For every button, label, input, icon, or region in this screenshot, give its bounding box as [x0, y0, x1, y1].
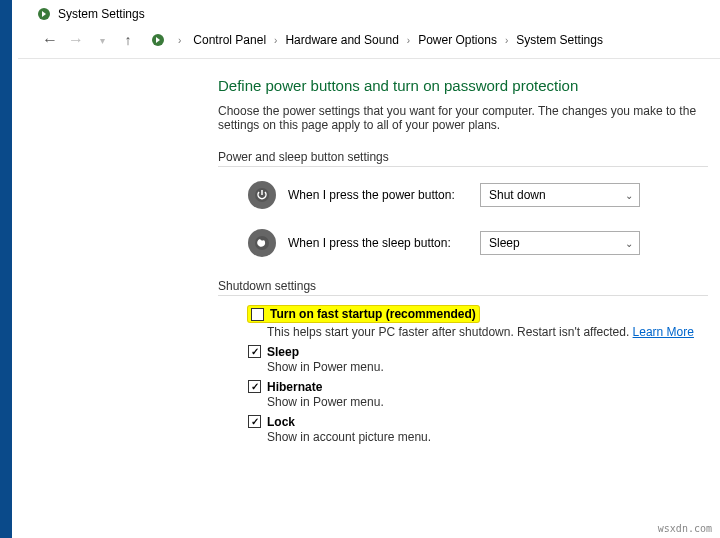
page-description: Choose the power settings that you want …: [218, 104, 720, 132]
power-button-action-select[interactable]: Shut down ⌄: [480, 183, 640, 207]
back-button[interactable]: ←: [40, 30, 60, 50]
navbar: ← → ▾ ↑ › Control Panel › Hardware and S…: [18, 26, 720, 59]
power-icon: [248, 181, 276, 209]
dropdown-value: Sleep: [489, 236, 520, 250]
sleep-checkbox[interactable]: [248, 345, 261, 358]
recent-dropdown-icon[interactable]: ▾: [92, 30, 112, 50]
chevron-right-icon[interactable]: ›: [174, 35, 185, 46]
hibernate-option-desc: Show in Power menu.: [248, 395, 720, 409]
fast-startup-label: Turn on fast startup (recommended): [270, 307, 476, 321]
sleep-option-desc: Show in Power menu.: [248, 360, 720, 374]
chevron-down-icon: ⌄: [625, 238, 633, 249]
dropdown-value: Shut down: [489, 188, 546, 202]
breadcrumb-item[interactable]: Power Options: [416, 33, 499, 47]
chevron-right-icon[interactable]: ›: [403, 35, 414, 46]
lock-option-desc: Show in account picture menu.: [248, 430, 720, 444]
hibernate-checkbox[interactable]: [248, 380, 261, 393]
breadcrumb-item[interactable]: Control Panel: [191, 33, 268, 47]
fast-startup-checkbox[interactable]: [251, 308, 264, 321]
power-options-icon: [36, 6, 52, 22]
chevron-right-icon[interactable]: ›: [501, 35, 512, 46]
breadcrumb-icon: [150, 32, 166, 48]
forward-button: →: [66, 30, 86, 50]
shutdown-section-title: Shutdown settings: [218, 279, 708, 296]
power-sleep-section-title: Power and sleep button settings: [218, 150, 708, 167]
up-button[interactable]: ↑: [118, 30, 138, 50]
breadcrumb: Control Panel › Hardware and Sound › Pow…: [191, 33, 605, 47]
sleep-option-label: Sleep: [267, 345, 299, 359]
chevron-right-icon[interactable]: ›: [270, 35, 281, 46]
chevron-down-icon: ⌄: [625, 190, 633, 201]
sleep-icon: [248, 229, 276, 257]
sleep-button-action-select[interactable]: Sleep ⌄: [480, 231, 640, 255]
window-title: System Settings: [58, 7, 145, 21]
page-title: Define power buttons and turn on passwor…: [218, 77, 720, 94]
breadcrumb-item[interactable]: System Settings: [514, 33, 605, 47]
power-button-label: When I press the power button:: [288, 188, 468, 202]
fast-startup-desc: This helps start your PC faster after sh…: [248, 325, 720, 339]
lock-checkbox[interactable]: [248, 415, 261, 428]
hibernate-option-label: Hibernate: [267, 380, 322, 394]
breadcrumb-item[interactable]: Hardware and Sound: [283, 33, 400, 47]
watermark: wsxdn.com: [658, 523, 712, 534]
learn-more-link[interactable]: Learn More: [633, 325, 694, 339]
lock-option-label: Lock: [267, 415, 295, 429]
sleep-button-label: When I press the sleep button:: [288, 236, 468, 250]
titlebar: System Settings: [18, 0, 720, 26]
